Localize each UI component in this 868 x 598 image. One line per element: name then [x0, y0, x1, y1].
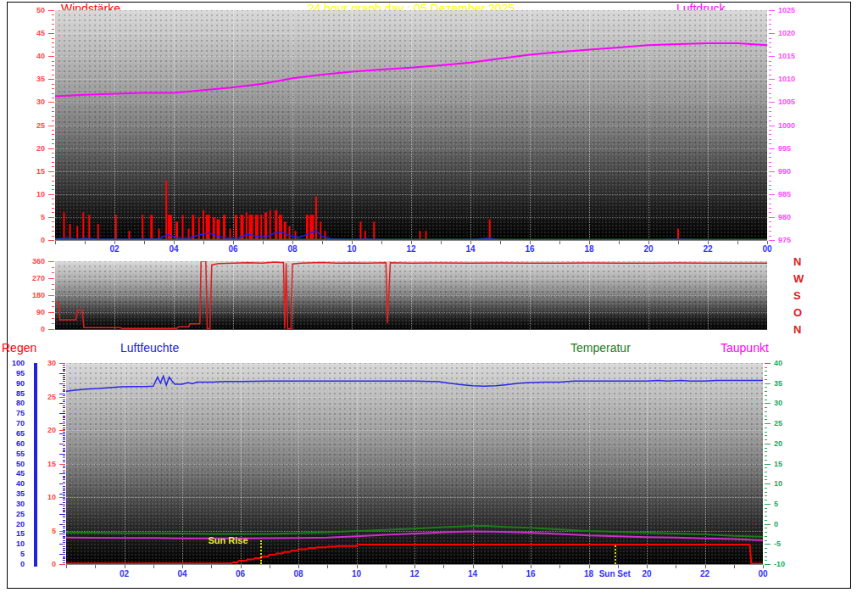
x-tick: [211, 565, 212, 568]
axis-tick: [48, 33, 54, 34]
axis-label: 45: [19, 30, 45, 37]
axis-tick: [769, 29, 771, 30]
x-tick-label: 08: [282, 244, 303, 254]
axis-tick: [63, 548, 65, 549]
axis-label: 30: [774, 400, 782, 407]
axis-label: 1015: [778, 53, 795, 60]
axis-tick: [63, 407, 65, 408]
axis-tick: [765, 455, 767, 456]
x-tick: [95, 565, 96, 568]
x-tick-label: 22: [695, 569, 715, 578]
axis-label: 10: [31, 494, 56, 501]
axis-tick: [63, 532, 65, 533]
axis-label: 70: [0, 420, 25, 428]
axis-tick: [769, 226, 771, 227]
axis-label: 45: [0, 470, 25, 478]
x-tick-label: 18: [579, 244, 599, 254]
axis-label: 0: [19, 326, 45, 333]
axis-tick: [52, 61, 54, 62]
axis-tick: [63, 387, 65, 388]
axis-tick: [48, 79, 54, 80]
axis-tick: [765, 564, 771, 565]
axis-label: 40: [19, 53, 45, 60]
x-tick: [357, 565, 358, 568]
axis-tick: [63, 486, 65, 487]
axis-tick: [769, 130, 771, 131]
axis-tick: [48, 240, 54, 241]
axis-tick: [769, 98, 771, 98]
axis-tick: [765, 400, 767, 400]
axis-tick: [769, 79, 775, 80]
axis-tick: [765, 536, 767, 537]
x-tick: [153, 565, 154, 568]
axis-tick: [63, 416, 65, 417]
axis-label: 5: [774, 500, 778, 508]
axis-tick: [765, 387, 767, 388]
x-tick: [502, 565, 503, 568]
x-tick: [381, 241, 382, 244]
x-tick: [144, 241, 145, 244]
compass-letter: S: [793, 289, 801, 302]
x-tick-label: 00: [757, 244, 777, 254]
x-tick: [589, 565, 590, 568]
x-tick-label: 12: [401, 244, 421, 254]
axis-tick: [769, 111, 771, 112]
axis-label: 0: [31, 561, 56, 568]
axis-tick: [63, 472, 65, 472]
axis-tick: [769, 166, 771, 167]
axis-label: 15: [19, 168, 45, 176]
axis-label: 180: [19, 292, 45, 299]
axis-tick: [769, 204, 771, 204]
axis-tick: [52, 301, 54, 302]
axis-tick: [52, 93, 54, 94]
temp-humidity-rain-chart: Sun Rise: [66, 363, 763, 565]
axis-tick: [769, 176, 771, 176]
axis-tick: [769, 162, 771, 163]
axis-tick: [769, 42, 771, 43]
axis-tick: [63, 410, 65, 411]
axis-label: 95: [0, 370, 25, 377]
axis-tick: [769, 33, 775, 34]
axis-label: 35: [0, 490, 25, 498]
wind-pressure-chart: [55, 10, 767, 241]
axis-label: 1010: [778, 75, 795, 83]
axis-tick: [63, 365, 65, 366]
axis-tick: [63, 550, 65, 551]
axis-tick: [52, 185, 54, 186]
axis-tick: [765, 432, 767, 433]
axis-tick: [52, 139, 54, 140]
axis-tick: [52, 176, 54, 176]
axis-label: 85: [0, 390, 25, 398]
axis-tick: [52, 226, 54, 227]
sunrise-marker: [260, 540, 262, 564]
axis-label: 100: [0, 360, 25, 367]
axis-tick: [769, 198, 771, 199]
compass-letter: O: [793, 306, 802, 319]
axis-tick: [765, 552, 767, 553]
x-tick-label: 04: [172, 569, 192, 578]
axis-label: 15: [774, 461, 782, 468]
x-tick: [559, 241, 560, 244]
axis-label: 40: [0, 480, 25, 488]
axis-tick: [52, 221, 54, 222]
axis-tick: [765, 492, 767, 493]
axis-label: 20: [774, 440, 782, 448]
axis-tick: [769, 107, 771, 108]
regen-line: [66, 545, 763, 564]
axis-tick: [765, 524, 771, 525]
axis-tick: [769, 231, 771, 232]
axis-label: 15: [0, 530, 25, 538]
axis-tick: [52, 24, 54, 25]
axis-tick: [63, 437, 65, 438]
axis-label: 25: [774, 420, 782, 428]
axis-label: 60: [0, 440, 25, 448]
axis-tick: [765, 416, 767, 416]
axis-tick: [63, 411, 65, 412]
axis-tick: [63, 391, 65, 392]
x-tick-label: 22: [698, 244, 718, 254]
x-tick: [263, 241, 264, 244]
axis-tick: [63, 425, 65, 426]
x-tick: [678, 241, 679, 244]
axis-label: 1020: [778, 30, 795, 37]
axis-tick: [769, 212, 771, 213]
